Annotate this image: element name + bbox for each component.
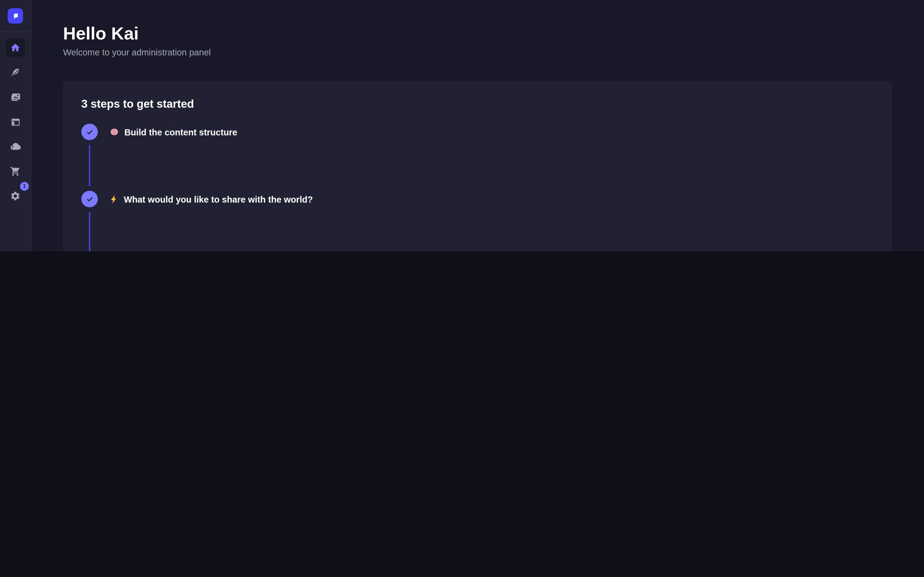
cloud-icon (10, 141, 21, 153)
main-content: Hello Kai Welcome to your administration… (31, 0, 924, 251)
settings-notification-badge: 1 (20, 182, 29, 190)
nav-content-type-builder[interactable] (6, 113, 25, 131)
brain-emoji-icon (110, 127, 119, 137)
media-library-icon (10, 92, 21, 103)
step-1-text: Build the content structure (124, 127, 237, 137)
content-type-builder-icon (10, 116, 21, 127)
tour-step-1: Build the content structure (81, 124, 874, 140)
feather-icon (10, 67, 21, 78)
step-1-done-circle (81, 124, 98, 140)
gear-icon (10, 191, 21, 201)
cart-icon (10, 166, 21, 176)
nav-content-manager[interactable] (6, 63, 25, 82)
step-2-done-circle (81, 191, 98, 207)
strapi-admin-home: 1 KD Hello Kai Welcome to your administr… (0, 0, 924, 251)
lightning-emoji-icon (110, 195, 118, 203)
check-icon (86, 195, 94, 203)
step-connector-1 (89, 145, 90, 186)
step-connector-2 (89, 212, 90, 251)
home-icon (10, 42, 21, 53)
sidebar-nav: 1 (6, 38, 25, 205)
nav-media-library[interactable] (6, 88, 25, 106)
nav-home[interactable] (6, 38, 25, 57)
sidebar: 1 KD (0, 0, 31, 251)
page-subtitle: Welcome to your administration panel (63, 47, 211, 57)
nav-cloud[interactable] (6, 137, 25, 156)
page-title: Hello Kai (63, 24, 139, 44)
nav-settings[interactable]: 1 (6, 187, 25, 205)
strapi-logo-icon (10, 10, 21, 22)
check-icon (86, 128, 94, 135)
step-2-text: What would you like to share with the wo… (124, 194, 313, 204)
strapi-logo[interactable] (8, 8, 23, 24)
guided-tour-card: 3 steps to get started Build the content… (63, 81, 892, 251)
step-2-label: What would you like to share with the wo… (110, 194, 313, 204)
tour-title: 3 steps to get started (81, 98, 874, 111)
tour-step-2: What would you like to share with the wo… (81, 191, 874, 207)
step-1-label: Build the content structure (110, 127, 237, 137)
nav-marketplace[interactable] (6, 162, 25, 181)
sidebar-divider (0, 31, 31, 32)
